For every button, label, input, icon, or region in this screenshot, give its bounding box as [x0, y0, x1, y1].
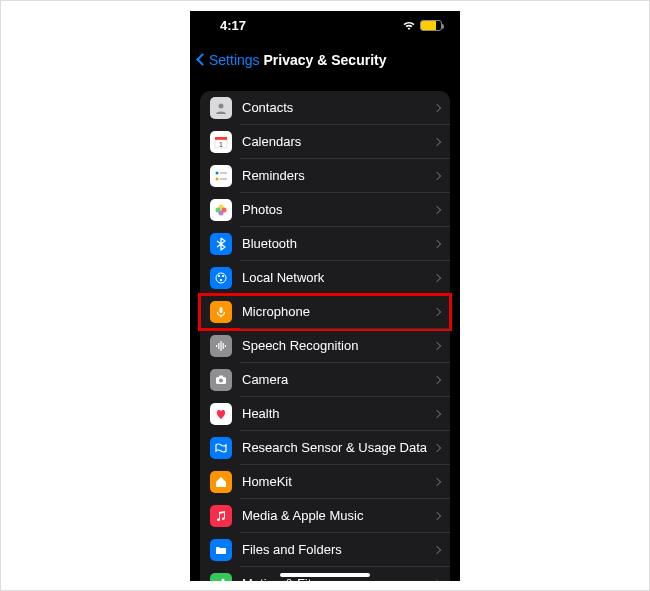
svg-point-4: [216, 171, 219, 174]
svg-rect-13: [218, 275, 220, 277]
chevron-right-icon: [433, 341, 441, 349]
row-label: Camera: [242, 372, 434, 387]
row-label: Speech Recognition: [242, 338, 434, 353]
svg-point-5: [216, 177, 219, 180]
svg-point-0: [219, 103, 224, 108]
phone-frame: 4:17 Settings Privacy & Security Contact…: [190, 11, 460, 581]
status-indicators: [402, 20, 442, 31]
chevron-right-icon: [433, 477, 441, 485]
row-speech-recognition[interactable]: Speech Recognition: [200, 329, 450, 363]
row-health[interactable]: Health: [200, 397, 450, 431]
svg-point-26: [222, 578, 225, 581]
back-button[interactable]: Settings: [198, 52, 260, 68]
svg-point-11: [216, 207, 221, 212]
svg-rect-25: [219, 375, 223, 377]
health-icon: [210, 403, 232, 425]
row-label: Photos: [242, 202, 434, 217]
row-label: Health: [242, 406, 434, 421]
home-indicator[interactable]: [280, 573, 370, 577]
content-area: Contacts1CalendarsRemindersPhotosBluetoo…: [190, 79, 460, 581]
row-label: Media & Apple Music: [242, 508, 434, 523]
svg-rect-19: [218, 343, 219, 349]
photos-icon: [210, 199, 232, 221]
row-label: Microphone: [242, 304, 434, 319]
row-reminders[interactable]: Reminders: [200, 159, 450, 193]
svg-rect-1: [215, 137, 227, 140]
home-icon: [210, 471, 232, 493]
reminders-icon: [210, 165, 232, 187]
row-label: Bluetooth: [242, 236, 434, 251]
row-label: Calendars: [242, 134, 434, 149]
svg-rect-16: [220, 307, 223, 313]
svg-rect-18: [216, 345, 217, 347]
svg-point-24: [219, 378, 223, 382]
chevron-left-icon: [196, 53, 209, 66]
row-camera[interactable]: Camera: [200, 363, 450, 397]
calendar-icon: 1: [210, 131, 232, 153]
chevron-right-icon: [433, 273, 441, 281]
svg-rect-6: [220, 172, 227, 174]
page-title: Privacy & Security: [264, 52, 387, 68]
svg-rect-22: [225, 345, 226, 347]
waveform-icon: [210, 335, 232, 357]
wifi-icon: [402, 21, 416, 31]
chevron-right-icon: [433, 409, 441, 417]
row-photos[interactable]: Photos: [200, 193, 450, 227]
chevron-right-icon: [433, 137, 441, 145]
row-microphone[interactable]: Microphone: [200, 295, 450, 329]
settings-list: Contacts1CalendarsRemindersPhotosBluetoo…: [200, 91, 450, 581]
fitness-icon: [210, 573, 232, 581]
row-label: Contacts: [242, 100, 434, 115]
row-label: Motion & Fitness: [242, 576, 434, 581]
svg-rect-20: [220, 341, 221, 351]
back-label: Settings: [209, 52, 260, 68]
music-icon: [210, 505, 232, 527]
status-time: 4:17: [220, 18, 246, 33]
camera-icon: [210, 369, 232, 391]
bluetooth-icon: [210, 233, 232, 255]
microphone-icon: [210, 301, 232, 323]
research-icon: [210, 437, 232, 459]
folder-icon: [210, 539, 232, 561]
row-label: Reminders: [242, 168, 434, 183]
chevron-right-icon: [433, 375, 441, 383]
svg-rect-14: [222, 275, 224, 277]
row-homekit[interactable]: HomeKit: [200, 465, 450, 499]
status-bar: 4:17: [190, 11, 460, 41]
row-label: Research Sensor & Usage Data: [242, 440, 434, 455]
contacts-icon: [210, 97, 232, 119]
row-files-folders[interactable]: Files and Folders: [200, 533, 450, 567]
chevron-right-icon: [433, 579, 441, 580]
chevron-right-icon: [433, 239, 441, 247]
navigation-bar: Settings Privacy & Security: [190, 41, 460, 79]
row-research[interactable]: Research Sensor & Usage Data: [200, 431, 450, 465]
battery-icon: [420, 20, 442, 31]
chevron-right-icon: [433, 443, 441, 451]
row-media-music[interactable]: Media & Apple Music: [200, 499, 450, 533]
svg-rect-21: [223, 343, 224, 349]
network-icon: [210, 267, 232, 289]
row-label: Local Network: [242, 270, 434, 285]
row-label: Files and Folders: [242, 542, 434, 557]
svg-text:1: 1: [219, 141, 223, 148]
row-contacts[interactable]: Contacts: [200, 91, 450, 125]
svg-point-12: [216, 273, 226, 283]
chevron-right-icon: [433, 103, 441, 111]
chevron-right-icon: [433, 171, 441, 179]
svg-rect-15: [220, 279, 222, 281]
row-bluetooth[interactable]: Bluetooth: [200, 227, 450, 261]
chevron-right-icon: [433, 545, 441, 553]
chevron-right-icon: [433, 205, 441, 213]
row-local-network[interactable]: Local Network: [200, 261, 450, 295]
row-label: HomeKit: [242, 474, 434, 489]
chevron-right-icon: [433, 511, 441, 519]
chevron-right-icon: [433, 307, 441, 315]
row-calendars[interactable]: 1Calendars: [200, 125, 450, 159]
svg-rect-7: [220, 178, 227, 180]
